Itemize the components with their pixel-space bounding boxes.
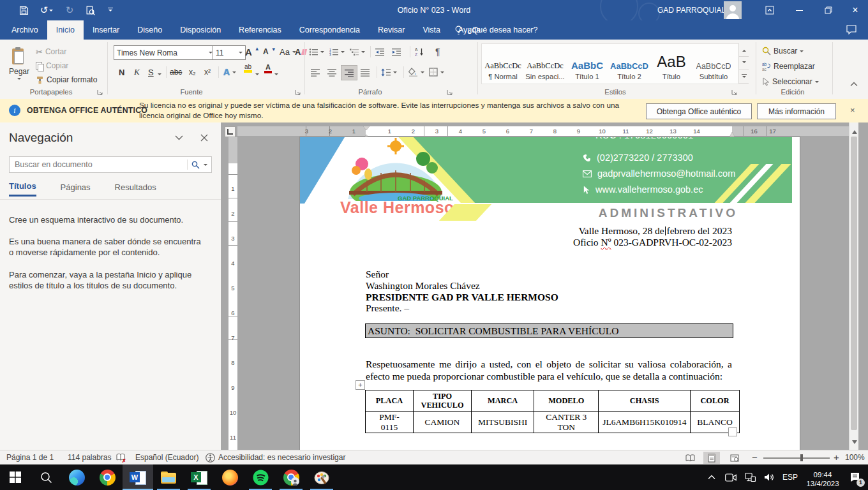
subscript-button[interactable]: x₂ (189, 65, 196, 79)
vertical-ruler[interactable]: 1234567891011 (228, 137, 237, 450)
zoom-slider-track[interactable] (763, 457, 830, 459)
customize-quick-access-icon[interactable] (102, 2, 119, 19)
table-cell[interactable]: JL6AMB6H15K010914 (599, 412, 691, 433)
table-header-cell[interactable]: PLACA (366, 390, 414, 412)
highlight-color-button[interactable]: ab (244, 64, 252, 78)
borders-button[interactable] (429, 65, 444, 79)
select-button[interactable]: Seleccionar (762, 75, 819, 89)
search-icon[interactable] (188, 161, 204, 169)
format-painter-button[interactable]: Copiar formato (36, 73, 97, 87)
scrollbar-thumb[interactable] (851, 137, 857, 430)
volume-icon[interactable] (760, 464, 779, 490)
taskbar-start-button[interactable] (0, 464, 31, 490)
zoom-level[interactable]: 100% (845, 450, 865, 464)
web-layout-view-button[interactable] (726, 452, 743, 464)
style-item[interactable]: AaBbCcD Subtítulo (692, 45, 735, 83)
sort-button[interactable]: AZ (415, 45, 424, 59)
multilevel-list-button[interactable] (350, 45, 365, 59)
feedback-comment-icon[interactable] (846, 25, 857, 34)
taskbar-chrome-profile-button[interactable] (276, 464, 306, 490)
taskbar-chrome-button[interactable] (92, 464, 123, 490)
document-search-input[interactable] (10, 160, 187, 169)
print-layout-view-button[interactable] (703, 452, 720, 464)
grow-font-button[interactable]: A▲ (245, 45, 260, 59)
avatar[interactable] (724, 1, 742, 19)
font-color-dropdown[interactable] (274, 70, 278, 79)
styles-scroll-down-icon[interactable] (738, 57, 749, 70)
accessibility-status[interactable]: Accesibilidad: es necesario investigar (218, 450, 345, 464)
align-right-button[interactable] (341, 65, 357, 80)
underline-dropdown[interactable] (158, 70, 161, 79)
show-paragraph-marks-button[interactable]: ¶ (435, 45, 440, 59)
styles-dialog-launcher[interactable] (731, 89, 738, 96)
navigation-tab[interactable]: Títulos (9, 181, 36, 197)
search-options-chevron-icon[interactable] (204, 159, 211, 170)
justify-button[interactable] (357, 65, 373, 79)
line-spacing-button[interactable] (381, 65, 397, 79)
table-cell[interactable]: CANTER 3 TON (534, 412, 599, 433)
clipboard-dialog-launcher[interactable] (97, 89, 103, 96)
paste-button[interactable]: Pegar (4, 43, 34, 85)
style-item[interactable]: AaBbCcDc Sin espaci... (524, 45, 566, 83)
table-header-cell[interactable]: COLOR (691, 390, 740, 412)
table-cell[interactable]: MITSUBISHI (472, 412, 534, 433)
pane-options-chevron-icon[interactable] (175, 135, 183, 140)
bold-button[interactable]: N (119, 65, 124, 79)
save-icon[interactable] (15, 2, 32, 19)
underline-button[interactable]: S (148, 65, 154, 79)
bullets-button[interactable] (309, 45, 324, 59)
superscript-button[interactable]: x² (204, 65, 211, 79)
align-left-button[interactable] (308, 65, 323, 79)
taskbar-spotify-button[interactable] (245, 464, 276, 490)
table-cell[interactable]: PMF-0115 (366, 412, 414, 433)
font-family-select[interactable]: Times New Roma (114, 45, 216, 60)
clock[interactable]: 09:44 13/4/2023 (802, 466, 844, 488)
table-header-cell[interactable]: CHASIS (599, 390, 691, 412)
dismiss-warning-icon[interactable]: × (850, 105, 855, 115)
taskbar-paint-button[interactable] (306, 464, 337, 490)
copy-button[interactable]: Copiar (36, 59, 68, 73)
undo-icon[interactable]: ↺ (36, 2, 57, 19)
taskbar-word-button[interactable]: W (123, 464, 153, 490)
more-info-button[interactable]: Más información (757, 103, 836, 119)
keyboard-language-indicator[interactable]: ESP (779, 464, 802, 490)
numbering-button[interactable]: 123 (329, 45, 345, 59)
shrink-font-button[interactable]: A▼ (263, 45, 276, 59)
style-item[interactable]: AaBbCcDc ¶ Normal (482, 45, 524, 83)
zoom-slider-thumb[interactable] (800, 454, 803, 461)
zoom-in-button[interactable]: + (834, 450, 839, 464)
table-header-cell[interactable]: MODELO (534, 390, 599, 412)
taskbar-firefox-button[interactable] (214, 464, 245, 490)
word-count-status[interactable]: 114 palabras (68, 450, 112, 464)
redo-icon[interactable]: ↻ (61, 2, 78, 19)
tab-stop-selector[interactable] (225, 126, 236, 137)
align-center-button[interactable] (324, 65, 340, 79)
strikethrough-button[interactable]: abc (170, 65, 182, 79)
restore-button[interactable] (816, 0, 841, 20)
get-office-button[interactable]: Obtenga Office auténtico (646, 103, 752, 119)
vertical-scrollbar[interactable] (849, 122, 858, 450)
ribbon-tab[interactable]: Insertar (84, 20, 128, 40)
ribbon-tab[interactable]: Inicio (47, 20, 84, 40)
ribbon-tab[interactable]: Vista (414, 20, 449, 40)
navigation-tab[interactable]: Páginas (61, 182, 91, 196)
shading-button[interactable] (408, 65, 424, 79)
style-item[interactable]: AaBbCcD Título 2 (608, 45, 650, 83)
network-icon[interactable] (740, 464, 760, 490)
tray-hidden-icons-chevron[interactable] (702, 464, 721, 490)
taskbar-edge-button[interactable] (61, 464, 92, 490)
meet-now-icon[interactable] (721, 464, 740, 490)
highlight-dropdown[interactable] (255, 70, 259, 79)
page-count-status[interactable]: Página 1 de 1 (6, 450, 54, 464)
table-move-handle[interactable]: + (355, 380, 365, 390)
table-header-cell[interactable]: MARCA (472, 390, 534, 412)
replace-button[interactable]: abac Reemplazar (762, 59, 815, 73)
paragraph-dialog-launcher[interactable] (447, 89, 453, 96)
font-size-select[interactable]: 11 (213, 45, 246, 60)
tell-me-box[interactable]: ¿Qué desea hacer? (467, 26, 538, 34)
change-case-button[interactable]: Aa (280, 45, 296, 59)
increase-indent-button[interactable] (392, 45, 401, 59)
action-center-icon[interactable]: 1 (844, 464, 865, 490)
scroll-down-arrow[interactable] (852, 440, 857, 447)
read-mode-view-button[interactable] (682, 452, 698, 464)
